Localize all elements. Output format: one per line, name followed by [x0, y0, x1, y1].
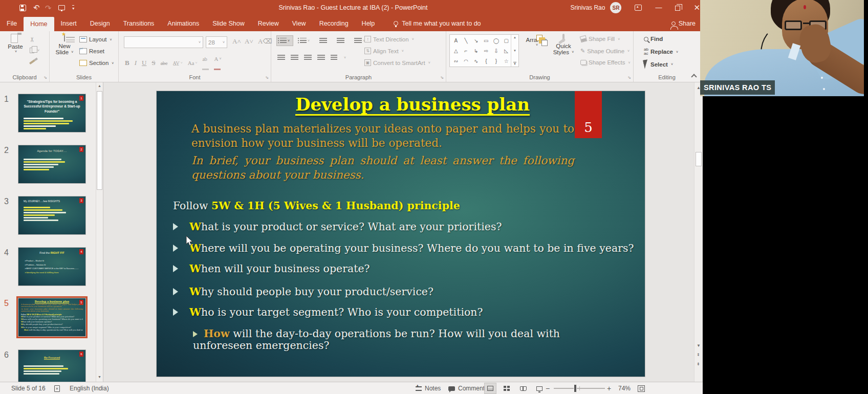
shape-glyph-11[interactable]: ◺ — [501, 46, 511, 56]
scrollbar-thumb[interactable] — [696, 152, 702, 166]
clear-formatting-button[interactable]: A⌫ — [258, 37, 272, 46]
drawing-dialog-launcher[interactable]: ⇘ — [627, 75, 631, 80]
decrease-indent-button[interactable] — [316, 35, 330, 46]
shape-glyph-10[interactable]: ⇩ — [491, 46, 502, 56]
slide-thumbnail-2[interactable]: 2 Agenda for TODAY.... — [18, 145, 86, 184]
shape-glyph-3[interactable]: ▭ — [481, 35, 491, 46]
align-text-button[interactable]: ⇅Align Text˅ — [364, 48, 404, 54]
layout-button[interactable]: Layout˅ — [79, 36, 112, 42]
shape-glyph-2[interactable]: ↘ — [471, 35, 481, 46]
shapes-gallery[interactable]: A╲↘▭◯▢△⌐↳⇨⇩◺∾◠∿{}☆ ▲ ▼ ▼ — [449, 34, 519, 67]
align-right-icon[interactable] — [304, 55, 312, 60]
slide-paragraph-1[interactable]: A business plan materializes your ideas … — [191, 122, 574, 150]
paragraph-dialog-launcher[interactable]: ⇘ — [440, 75, 444, 80]
spell-check-button[interactable]: ✕ — [54, 382, 60, 394]
tab-design[interactable]: Design — [83, 15, 117, 31]
slide-bullet-1[interactable]: What is your product or service? What ar… — [173, 221, 502, 233]
tab-slideshow[interactable]: Slide Show — [206, 15, 251, 31]
customize-qat-icon[interactable]: ▾ — [72, 5, 74, 11]
slide-thumbnail-1[interactable]: 1 "Strategies/Tips for becoming a Succes… — [18, 94, 86, 133]
reset-button[interactable]: Reset — [79, 48, 104, 54]
font-size-combo[interactable]: 28˅ — [206, 36, 227, 48]
shape-outline-button[interactable]: ✎Shape Outline˅ — [580, 48, 630, 54]
shape-glyph-7[interactable]: ⌐ — [461, 46, 471, 56]
undo-button[interactable]: ↶˅ — [33, 3, 38, 12]
tell-me-box[interactable]: Tell me what you want to do — [394, 15, 481, 31]
paste-button[interactable]: Paste ˅ — [5, 35, 26, 53]
shape-fill-button[interactable]: Shape Fill˅ — [580, 36, 620, 42]
reading-view-button[interactable] — [517, 383, 529, 394]
scrollbar-thumb[interactable] — [97, 91, 102, 190]
select-button[interactable]: Select˅ — [644, 60, 673, 69]
shapes-gallery-scrollbar[interactable]: ▲ ▼ ▼ — [511, 35, 518, 67]
ribbon-display-options-icon[interactable] — [635, 5, 642, 11]
new-slide-button[interactable]: New Slide ˅ — [53, 35, 76, 55]
shape-glyph-14[interactable]: ∿ — [471, 56, 481, 66]
save-icon[interactable] — [19, 5, 26, 11]
increase-indent-button[interactable] — [334, 35, 348, 46]
slide-bullet-4[interactable]: Why should people buy your product/servi… — [173, 286, 433, 298]
quick-styles-button[interactable]: Quick Styles ˅ — [551, 35, 576, 55]
zoom-slider-thumb[interactable] — [574, 384, 577, 392]
shape-glyph-13[interactable]: ◠ — [461, 56, 471, 66]
fit-to-window-button[interactable] — [638, 382, 645, 394]
decrease-font-size-button[interactable]: A˅ — [245, 37, 253, 46]
comments-button[interactable]: Comments — [448, 382, 488, 394]
slide-thumbnail-6[interactable]: 6 Be Focused — [18, 349, 86, 382]
convert-smartart-button[interactable]: ▣Convert to SmartArt˅ — [364, 59, 430, 66]
shape-glyph-8[interactable]: ↳ — [471, 46, 481, 56]
align-center-icon[interactable] — [291, 55, 298, 60]
format-painter-button[interactable] — [29, 61, 35, 63]
shape-effects-button[interactable]: Shape Effects˅ — [580, 59, 631, 65]
language-indicator[interactable]: English (India) — [70, 382, 109, 394]
highlight-color-button[interactable]: ab — [202, 54, 209, 72]
italic-button[interactable]: I — [135, 59, 137, 67]
minimize-button[interactable]: — — [655, 0, 662, 15]
slide-thumbnail-4[interactable]: 4 Find the RIGHT FIT ➢Product – Market f… — [18, 247, 86, 286]
close-button[interactable]: ✕ — [693, 0, 700, 15]
tab-home[interactable]: Home — [24, 17, 54, 31]
signed-in-user[interactable]: Srinivas Rao — [570, 4, 605, 11]
text-direction-button[interactable]: ↕Text Direction˅ — [364, 36, 414, 42]
shape-glyph-9[interactable]: ⇨ — [481, 46, 491, 56]
bold-button[interactable]: B — [125, 59, 129, 67]
shapes-scroll-up-icon[interactable]: ▲ — [513, 36, 516, 39]
slide-bullet-5[interactable]: Who is your target segment? Who is your … — [173, 306, 483, 318]
avatar[interactable]: SR — [610, 2, 621, 13]
shape-glyph-15[interactable]: { — [481, 56, 491, 66]
scroll-up-icon[interactable]: ▲ — [98, 84, 101, 87]
arrange-button[interactable]: Arrange˅ — [523, 35, 550, 47]
slide-sorter-view-button[interactable] — [501, 383, 513, 394]
underline-button[interactable]: U — [142, 59, 146, 67]
scroll-down-icon[interactable]: ▼ — [697, 343, 701, 348]
editor-vertical-scrollbar[interactable]: ▲ ▼ ⇞ ⇟ — [694, 82, 702, 382]
slide-thumbnail-5-selected[interactable]: 5 Develop a business plan A business pla… — [18, 298, 86, 337]
shape-glyph-4[interactable]: ◯ — [491, 35, 502, 46]
shape-glyph-16[interactable]: } — [491, 56, 502, 66]
shapes-more-icon[interactable]: ▼ — [513, 62, 516, 65]
font-dialog-launcher[interactable]: ⇘ — [265, 75, 269, 80]
font-name-combo[interactable]: ˅ — [124, 36, 203, 48]
slide-paragraph-2[interactable]: In brief, your business plan should at l… — [191, 154, 574, 182]
thumbnail-panel-scrollbar[interactable]: ▲ ▼ — [96, 82, 103, 382]
increase-font-size-button[interactable]: A˄ — [232, 37, 241, 46]
columns-icon[interactable] — [331, 55, 337, 60]
shape-glyph-1[interactable]: ╲ — [461, 35, 471, 46]
shape-glyph-5[interactable]: ▢ — [501, 35, 511, 46]
start-slideshow-icon[interactable] — [58, 5, 65, 10]
zoom-out-button[interactable]: − — [546, 382, 550, 394]
slide-title[interactable]: Develop a business plan — [187, 94, 638, 115]
shapes-scroll-down-icon[interactable]: ▼ — [513, 49, 516, 52]
shape-glyph-17[interactable]: ☆ — [501, 56, 511, 66]
strikethrough-button[interactable]: abc — [161, 60, 168, 66]
next-slide-icon[interactable]: ⇟ — [697, 362, 700, 366]
cut-button[interactable]: ✂ — [30, 36, 35, 43]
change-case-button[interactable]: Aa˅ — [188, 60, 198, 66]
numbering-button[interactable]: ˅ — [297, 35, 313, 46]
clipboard-dialog-launcher[interactable]: ⇘ — [44, 75, 47, 80]
section-button[interactable]: Section˅ — [79, 60, 114, 66]
slide-sub-bullet[interactable]: How will the day-to-day operations be ru… — [193, 328, 582, 352]
font-color-button[interactable]: A˅ — [214, 54, 221, 72]
text-shadow-button[interactable]: S — [151, 59, 155, 67]
tab-help[interactable]: Help — [355, 15, 382, 31]
